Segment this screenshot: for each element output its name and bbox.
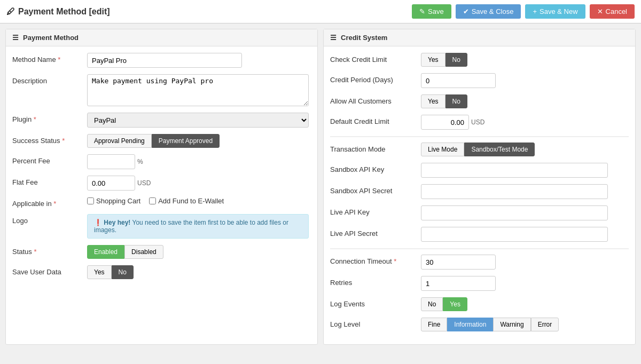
live-api-key-label: Live API Key: [330, 205, 416, 216]
success-status-label: Success Status *: [12, 134, 82, 145]
success-status-group: Approval Pending Payment Approved: [87, 134, 220, 148]
log-level-row: Log Level Fine Information Warning Error: [330, 318, 629, 331]
log-level-error-btn[interactable]: Error: [531, 318, 559, 331]
flat-fee-group: USD: [87, 176, 151, 191]
left-panel-title: Payment Method: [23, 34, 79, 42]
default-credit-input[interactable]: [421, 115, 469, 130]
allow-all-group: Yes No: [421, 94, 467, 108]
check-credit-yes-btn[interactable]: Yes: [421, 53, 445, 67]
save-user-yes-btn[interactable]: Yes: [87, 265, 112, 279]
cancel-icon: ✕: [597, 7, 603, 15]
save-new-label: Save & New: [540, 7, 578, 15]
sandbox-api-secret-row: Sandbox API Secret: [330, 184, 629, 199]
status-group: Enabled Disabled: [87, 245, 163, 259]
right-panel-header: ☰ Credit System: [324, 29, 635, 46]
description-input[interactable]: Make payment using PayPal pro: [87, 74, 309, 106]
method-name-input[interactable]: [87, 53, 242, 68]
transaction-mode-label: Transaction Mode: [330, 143, 416, 153]
log-events-yes-btn[interactable]: Yes: [443, 297, 467, 311]
log-level-warning-btn[interactable]: Warning: [493, 318, 530, 331]
log-events-row: Log Events No Yes: [330, 297, 629, 311]
allow-all-row: Allow All Customers Yes No: [330, 94, 629, 108]
method-name-row: Method Name *: [12, 53, 311, 68]
cancel-button[interactable]: ✕ Cancel: [590, 4, 635, 19]
flat-fee-label: Flat Fee: [12, 176, 82, 186]
right-panel: ☰ Credit System Check Credit Limit Yes N…: [323, 29, 636, 345]
sandbox-api-key-row: Sandbox API Key: [330, 163, 629, 178]
alert-icon: ❗: [94, 219, 104, 226]
shopping-cart-checkbox[interactable]: [87, 197, 94, 204]
sandbox-api-secret-input[interactable]: [421, 184, 608, 199]
approval-pending-btn[interactable]: Approval Pending: [87, 134, 152, 148]
page-icon: 🖊: [6, 7, 15, 17]
save-user-no-btn[interactable]: No: [112, 265, 134, 279]
shopping-cart-label: Shopping Cart: [96, 197, 140, 205]
alert-bold-text: Hey hey!: [104, 219, 130, 226]
credit-period-label: Credit Period (Days): [330, 73, 416, 84]
save-button[interactable]: ✎ Save: [412, 4, 451, 19]
sandbox-api-secret-label: Sandbox API Secret: [330, 184, 416, 195]
check-icon: ✔: [463, 7, 469, 15]
allow-all-yes-btn[interactable]: Yes: [421, 94, 445, 108]
plugin-select[interactable]: PayPal: [87, 113, 309, 128]
payment-approved-btn[interactable]: Payment Approved: [152, 134, 220, 148]
flat-fee-input[interactable]: [87, 176, 135, 191]
status-row: Status * Enabled Disabled: [12, 245, 311, 259]
save-user-data-group: Yes No: [87, 265, 134, 279]
logo-row: Logo ❗ Hey hey! You need to save the ite…: [12, 214, 311, 239]
live-api-secret-input[interactable]: [421, 227, 608, 242]
method-name-label: Method Name *: [12, 53, 82, 64]
status-enabled-btn[interactable]: Enabled: [87, 245, 124, 259]
live-mode-btn[interactable]: Live Mode: [421, 143, 464, 156]
retries-label: Retries: [330, 276, 416, 287]
status-disabled-btn[interactable]: Disabled: [124, 245, 163, 259]
left-panel-header: ☰ Payment Method: [6, 29, 317, 46]
percent-fee-group: %: [87, 154, 143, 169]
log-level-group: Fine Information Warning Error: [421, 318, 559, 331]
sandbox-mode-btn[interactable]: Sandbox/Test Mode: [464, 143, 535, 156]
page-title: 🖊 Payment Method [edit]: [6, 7, 408, 17]
transaction-mode-row: Transaction Mode Live Mode Sandbox/Test …: [330, 143, 629, 156]
percent-fee-input[interactable]: [87, 154, 135, 169]
connection-timeout-input[interactable]: [421, 255, 496, 270]
credit-period-input[interactable]: [421, 73, 496, 88]
add-fund-checkbox[interactable]: [149, 197, 156, 204]
save-new-button[interactable]: + Save & New: [525, 4, 585, 19]
applicable-checkboxes: Shopping Cart Add Fund to E-Wallet: [87, 197, 224, 205]
default-credit-label: Default Credit Limit: [330, 115, 416, 125]
allow-all-no-btn[interactable]: No: [445, 94, 467, 108]
cancel-label: Cancel: [606, 7, 627, 15]
section-divider-2: [330, 248, 629, 249]
plugin-row: Plugin * PayPal: [12, 113, 311, 128]
description-row: Description Make payment using PayPal pr…: [12, 74, 311, 106]
shopping-cart-checkbox-label[interactable]: Shopping Cart: [87, 197, 140, 205]
retries-input[interactable]: [421, 276, 496, 291]
left-panel: ☰ Payment Method Method Name * Descripti…: [5, 29, 318, 345]
log-level-label: Log Level: [330, 318, 416, 328]
allow-all-label: Allow All Customers: [330, 94, 416, 105]
page-title-text: Payment Method [edit]: [18, 7, 110, 17]
logo-label: Logo: [12, 214, 82, 225]
right-panel-body: Check Credit Limit Yes No Credit Period …: [324, 46, 635, 344]
add-fund-checkbox-label[interactable]: Add Fund to E-Wallet: [149, 197, 224, 205]
check-credit-no-btn[interactable]: No: [445, 53, 467, 67]
log-events-label: Log Events: [330, 297, 416, 308]
plugin-label: Plugin *: [12, 113, 82, 123]
save-close-button[interactable]: ✔ Save & Close: [456, 4, 521, 19]
live-api-secret-row: Live API Secret: [330, 227, 629, 242]
log-level-information-btn[interactable]: Information: [447, 318, 493, 331]
flat-fee-row: Flat Fee USD: [12, 176, 311, 191]
check-credit-label: Check Credit Limit: [330, 53, 416, 64]
save-user-data-label: Save User Data: [12, 265, 82, 276]
log-events-no-btn[interactable]: No: [421, 297, 443, 311]
percent-fee-label: Percent Fee: [12, 154, 82, 165]
live-api-key-input[interactable]: [421, 205, 608, 220]
log-level-fine-btn[interactable]: Fine: [421, 318, 447, 331]
default-credit-group: USD: [421, 115, 484, 130]
save-label: Save: [428, 7, 444, 15]
list-icon-right: ☰: [330, 34, 337, 42]
right-panel-title: Credit System: [341, 34, 387, 42]
success-status-row: Success Status * Approval Pending Paymen…: [12, 134, 311, 148]
check-credit-row: Check Credit Limit Yes No: [330, 53, 629, 67]
sandbox-api-key-input[interactable]: [421, 163, 608, 178]
